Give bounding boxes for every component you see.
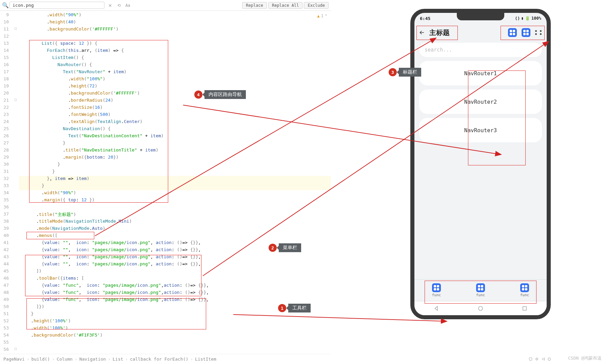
breadcrumb-item[interactable]: build() (31, 357, 50, 362)
code-line: .textAlign(TextAlign.Center) (19, 119, 331, 126)
square-icon[interactable]: ▢ (529, 356, 532, 361)
line-gutter: 9101112131415161718192021222324252627282… (0, 11, 12, 354)
code-line: .height('100%') (19, 318, 331, 325)
nav-router-item[interactable]: NavRouter3 (419, 118, 542, 142)
code-line: .titleMode(NavigationTitleMode.Mini) (19, 219, 331, 226)
code-line: } (19, 183, 331, 190)
exclude-button[interactable]: Exclude (304, 2, 329, 9)
breadcrumb-item[interactable]: PageNavi (3, 357, 25, 362)
status-right: ⟨⟩ ▮ 🔋 100% (515, 16, 541, 21)
callout-label: 标题栏 (399, 68, 421, 77)
search-aa-icon[interactable]: Aa (124, 3, 132, 8)
code-line: .borderRadius(24) (19, 98, 331, 105)
search-input[interactable] (9, 2, 104, 9)
callout-label: 内容区路由导航 (204, 90, 246, 99)
callout-2: 2 菜单栏 (269, 243, 301, 252)
search-close-icon[interactable]: ✕ (106, 2, 114, 8)
search-bar: 🔍 ✕ ⟲ Aa Replace Replace All Exclude (0, 0, 331, 11)
code-line: .width('100%') (19, 325, 331, 332)
code-line: List({ space: 12 }) { (19, 41, 331, 48)
search-placeholder: search... (425, 47, 452, 53)
toolbar-item[interactable]: func (432, 283, 441, 297)
callout-4: 4 内容区路由导航 (194, 90, 246, 99)
code-line: .width("90%") (19, 190, 331, 197)
left-icon[interactable]: ◁ (542, 356, 544, 361)
code-line: .mode(NavigationMode.Auto) (19, 226, 331, 233)
callout-label: 菜单栏 (279, 243, 301, 252)
circle-icon[interactable]: ○ (548, 356, 551, 361)
code-line: ListItem() { (19, 55, 331, 62)
code-line: .fontSize(16) (19, 105, 331, 112)
breadcrumb-item[interactable]: callback for ForEach() (130, 357, 188, 362)
svg-point-5 (479, 306, 483, 310)
more-dots-icon[interactable] (535, 30, 543, 35)
code-line: .width("90%") (19, 12, 331, 19)
replace-button[interactable]: Replace (242, 2, 267, 9)
nav-router-item[interactable]: NavRouter1 (419, 61, 542, 85)
svg-rect-6 (523, 306, 527, 310)
wifi-icon: ⟨⟩ (515, 16, 520, 21)
code-line: } (19, 169, 331, 176)
code-line: .margin({ top: 12 }) (19, 197, 331, 204)
code-line: NavDestination() { (19, 126, 331, 133)
nav-home-button[interactable] (477, 305, 484, 312)
callout-badge: 2 (269, 244, 277, 252)
watermark: CSDN @鸿蒙布道 (568, 355, 602, 361)
phone-toolbar: func func func (414, 279, 547, 301)
toolbar-grid-icon (520, 283, 529, 292)
search-box[interactable]: search... (419, 43, 542, 57)
code-line: Text("NavDestinationContent" + item) (19, 133, 331, 140)
breadcrumb-item[interactable]: List (113, 357, 123, 362)
code-line: {value: "func", icon: "pages/image/icon.… (19, 297, 331, 304)
code-line: {value: "", icon: "pages/image/icon.png"… (19, 261, 331, 268)
toolbar-grid-icon (476, 283, 485, 292)
toolbar-label: func (432, 293, 441, 297)
code-line: .backgroundColor('#F1F3F5') (19, 332, 331, 340)
search-prev-icon[interactable]: ⟲ (116, 3, 122, 8)
fold-column: □□□ (12, 11, 19, 354)
menu-grid-icon[interactable] (522, 28, 530, 37)
callout-label: 工具栏 (288, 304, 311, 312)
code-editor[interactable]: 9101112131415161718192021222324252627282… (0, 11, 331, 354)
code-line: {value: "func", icon: "pages/image/icon.… (19, 290, 331, 297)
battery-text: 100% (531, 16, 541, 21)
diamond-icon[interactable]: ◇ (535, 356, 538, 361)
breadcrumb-item[interactable]: ListItem (195, 357, 216, 362)
code-line: .width("100%") (19, 76, 331, 83)
code-line: .backgroundColor('#FFFFFF') (19, 90, 331, 98)
code-line: .toolBar({items: [ (19, 276, 331, 283)
toolbar-label: func (476, 293, 485, 297)
back-button[interactable] (418, 28, 426, 37)
breadcrumb-item[interactable]: Navigation (79, 357, 106, 362)
code-line: ForEach(this.arr, (item) => { (19, 48, 331, 55)
breadcrumb: PageNavi› build()› Column› Navigation› L… (0, 354, 331, 364)
code-line: .backgroundColor('#FFFFFF') (19, 26, 331, 34)
breadcrumb-item[interactable]: Column (57, 357, 73, 362)
phone-titlebar: 主标题 (414, 24, 547, 41)
page-title: 主标题 (429, 28, 450, 37)
callout-3: 3 标题栏 (389, 68, 421, 77)
toolbar-grid-icon (432, 283, 441, 292)
toolbar-item[interactable]: func (476, 283, 485, 297)
code-line: .height(72) (19, 83, 331, 90)
code-line: NavRouter() { (19, 62, 331, 69)
toolbar-item[interactable]: func (520, 283, 529, 297)
menu-grid-icon[interactable] (508, 28, 517, 37)
status-time: 6:45 (420, 16, 430, 21)
back-arrow-icon (419, 29, 425, 36)
code-line (19, 204, 331, 211)
callout-badge: 1 (278, 304, 286, 312)
nav-recent-button[interactable] (521, 305, 528, 312)
search-icon: 🔍 (2, 2, 7, 8)
phone-notch (457, 13, 504, 20)
nav-back-button[interactable] (433, 305, 440, 312)
toolbar-label: func (520, 293, 529, 297)
code-content: .width("90%") .height(40) .backgroundCol… (19, 11, 331, 354)
code-line: .title("主标题") (19, 211, 331, 219)
code-line: .title("NavDestinationTitle" + item) (19, 147, 331, 155)
replace-all-button[interactable]: Replace All (268, 2, 302, 9)
code-line: .menus([ (19, 233, 331, 240)
callout-badge: 3 (389, 68, 397, 76)
nav-router-item[interactable]: NavRouter2 (419, 89, 542, 114)
code-line: .height(40) (19, 19, 331, 26)
